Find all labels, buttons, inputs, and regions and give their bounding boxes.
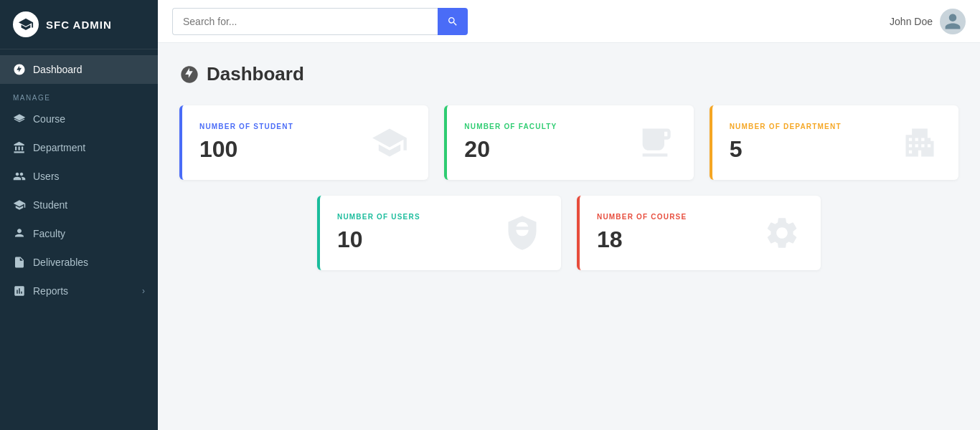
sidebar-item-label-reports: Reports (33, 285, 68, 297)
course-icon (13, 113, 26, 125)
sidebar-item-label-dashboard: Dashboard (33, 64, 83, 75)
sidebar-item-label-department: Department (33, 142, 85, 153)
building-icon (898, 121, 941, 164)
stat-value-course: 18 (597, 226, 687, 253)
graduation-cap-icon (368, 121, 411, 164)
sidebar-item-label-deliverables: Deliverables (33, 257, 88, 268)
deliverables-icon (13, 256, 26, 269)
manage-section-label: MANAGE (0, 84, 158, 105)
main-area: John Doe Dashboard NUMBER OF STUDENT 100 (158, 0, 980, 430)
sidebar-item-users[interactable]: Users (0, 162, 158, 191)
sidebar-item-label-student: Student (33, 199, 67, 211)
stat-label-users: NUMBER OF USERS (337, 213, 420, 221)
stat-value-faculty: 20 (464, 136, 557, 163)
faculty-board-icon (633, 121, 677, 164)
sidebar-logo[interactable]: SFC ADMIN (0, 0, 158, 49)
reports-icon (13, 285, 26, 297)
stat-label-department: NUMBER OF DEPARTMENT (730, 123, 842, 130)
avatar (940, 9, 966, 34)
student-icon (13, 199, 26, 211)
sidebar-item-course[interactable]: Course (0, 105, 158, 133)
stat-card-faculty: NUMBER OF FACULTY 20 (444, 105, 693, 180)
stat-label-students: NUMBER OF STUDENT (199, 123, 293, 130)
stat-card-students: NUMBER OF STUDENT 100 (179, 105, 428, 180)
search-wrapper (172, 8, 473, 35)
stat-card-course: NUMBER OF COURSE 18 (577, 196, 821, 270)
chevron-right-icon: › (142, 286, 145, 296)
sidebar: SFC ADMIN Dashboard MANAGE Course Depart… (0, 0, 158, 430)
sidebar-item-dashboard[interactable]: Dashboard (0, 55, 158, 84)
stat-card-users: NUMBER OF USERS 10 (317, 196, 561, 270)
stat-info-users: NUMBER OF USERS 10 (337, 213, 420, 253)
page-title-row: Dashboard (179, 63, 958, 85)
content-area: Dashboard NUMBER OF STUDENT 100 NUMBER O… (158, 43, 980, 430)
sidebar-item-student[interactable]: Student (0, 191, 158, 219)
dashboard-title-icon (179, 64, 199, 85)
users-icon (13, 170, 26, 183)
user-key-icon (501, 211, 544, 254)
stat-info-students: NUMBER OF STUDENT 100 (199, 123, 293, 163)
department-icon (13, 141, 26, 154)
stat-card-department: NUMBER OF DEPARTMENT 5 (710, 105, 958, 180)
sidebar-item-department[interactable]: Department (0, 133, 158, 162)
stat-value-users: 10 (337, 226, 420, 253)
stat-info-department: NUMBER OF DEPARTMENT 5 (730, 123, 842, 163)
page-title: Dashboard (207, 63, 304, 85)
sidebar-item-deliverables[interactable]: Deliverables (0, 248, 158, 277)
stat-info-course: NUMBER OF COURSE 18 (597, 213, 687, 253)
stat-label-course: NUMBER OF COURSE (597, 213, 687, 221)
faculty-icon (13, 227, 26, 240)
stat-value-students: 100 (199, 136, 293, 163)
stat-value-department: 5 (730, 136, 842, 163)
sidebar-item-faculty[interactable]: Faculty (0, 219, 158, 248)
sidebar-item-reports[interactable]: Reports › (0, 277, 158, 305)
stat-label-faculty: NUMBER OF FACULTY (464, 123, 557, 130)
search-button[interactable] (438, 8, 468, 35)
sidebar-item-label-users: Users (33, 171, 60, 182)
header: John Doe (158, 0, 980, 43)
sidebar-nav: Dashboard MANAGE Course Department Users (0, 49, 158, 430)
sidebar-item-label-course: Course (33, 113, 65, 125)
search-input[interactable] (172, 8, 438, 35)
user-name: John Doe (890, 16, 933, 27)
bottom-stats-row: NUMBER OF USERS 10 NUMBER OF COURSE 18 (179, 196, 958, 270)
app-title: SFC ADMIN (46, 19, 112, 31)
sidebar-item-label-faculty: Faculty (33, 228, 65, 239)
logo-icon (13, 11, 39, 37)
user-area: John Doe (890, 9, 966, 34)
gear-icon (760, 211, 804, 254)
dashboard-icon (13, 63, 26, 76)
stat-info-faculty: NUMBER OF FACULTY 20 (464, 123, 557, 163)
top-stats-row: NUMBER OF STUDENT 100 NUMBER OF FACULTY … (179, 105, 958, 180)
